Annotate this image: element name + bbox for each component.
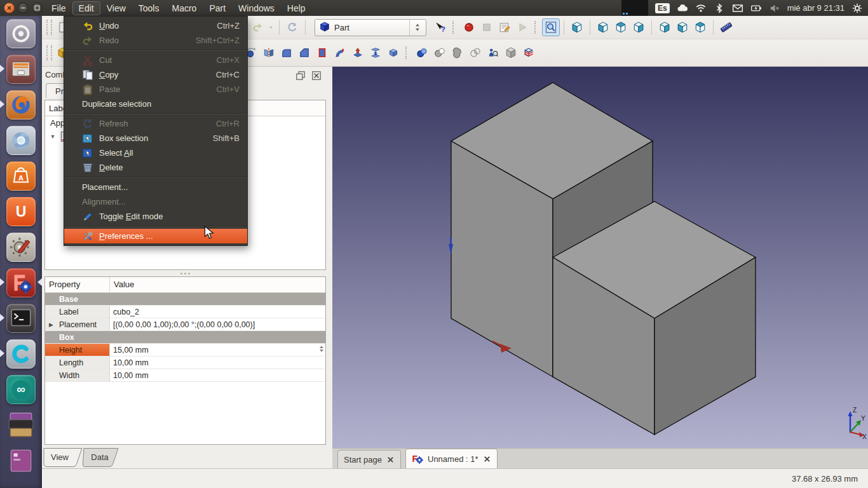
- view-axonometric-button[interactable]: [568, 18, 586, 36]
- launcher-item-chromium[interactable]: [0, 123, 42, 158]
- indicator-window-thumb-icon[interactable]: [621, 0, 648, 16]
- indicator-bluetooth-icon[interactable]: [714, 3, 725, 14]
- edit-macro-button[interactable]: [496, 18, 513, 36]
- workbench-selector[interactable]: Part: [315, 19, 426, 36]
- panel-splitter[interactable]: [44, 271, 326, 276]
- panel-close-icon[interactable]: [311, 70, 322, 81]
- menubar-item-windows[interactable]: Windows: [232, 1, 281, 15]
- record-macro-button[interactable]: [460, 18, 478, 36]
- menu-item-delete[interactable]: Delete: [64, 160, 247, 175]
- menubar-item-tools[interactable]: Tools: [132, 1, 166, 15]
- indicator-keyboard-layout[interactable]: Es: [655, 3, 670, 13]
- property-value[interactable]: 10,00 mm: [110, 369, 325, 381]
- launcher-item-arduino[interactable]: ∞: [0, 372, 42, 407]
- indicator-mail-icon[interactable]: [732, 3, 743, 14]
- menu-item-preferences[interactable]: Preferences ...: [64, 229, 247, 243]
- menubar-item-macro[interactable]: Macro: [165, 1, 203, 15]
- view-right-button[interactable]: [630, 18, 648, 36]
- view-rear-button[interactable]: [656, 18, 674, 36]
- menubar-item-help[interactable]: Help: [281, 1, 312, 15]
- launcher-item-dash-home[interactable]: [0, 16, 42, 51]
- ruled-surface-button[interactable]: [313, 44, 331, 62]
- 3d-viewport[interactable]: Z Y X: [332, 67, 868, 448]
- menu-item-box-selection[interactable]: Box selectionShift+B: [64, 131, 247, 146]
- boolean-union-button[interactable]: [449, 44, 466, 62]
- property-value[interactable]: 10,00 mm: [110, 356, 325, 369]
- menu-item-copy[interactable]: CopyCtrl+C: [64, 67, 247, 82]
- menu-item-cut: CutCtrl+X: [64, 53, 247, 67]
- mdi-tab-unnamed-1[interactable]: FUnnamed : 1*: [405, 449, 498, 468]
- indicator-wifi-icon[interactable]: [695, 3, 707, 14]
- shortcut-label: Ctrl+Z: [217, 21, 240, 30]
- boolean-button[interactable]: [413, 44, 431, 62]
- launcher-item-ubuntu-one[interactable]: U: [0, 194, 42, 229]
- menu-item-duplicate-selection[interactable]: Duplicate selection: [64, 97, 247, 111]
- cross-sections-button[interactable]: [520, 44, 538, 62]
- menubar-item-file[interactable]: File: [45, 1, 72, 15]
- fillet-button[interactable]: [278, 44, 295, 62]
- toolbar-group-handle[interactable]: [405, 46, 410, 59]
- view-left-button[interactable]: [691, 18, 709, 36]
- indicator-session-gear-icon[interactable]: [851, 3, 863, 14]
- purple-card-icon: [6, 446, 36, 475]
- panel-float-icon[interactable]: [295, 70, 306, 81]
- indicator-volume-muted-icon[interactable]: [769, 3, 780, 14]
- sweep-button[interactable]: [331, 44, 349, 62]
- menubar-item-edit[interactable]: Edit: [72, 1, 100, 15]
- window-maximize-button[interactable]: [32, 3, 43, 13]
- launcher-item-system-settings[interactable]: [0, 229, 42, 265]
- fit-all-button[interactable]: [542, 18, 560, 36]
- view-top-button[interactable]: [612, 18, 630, 36]
- menubar-item-part[interactable]: Part: [203, 1, 232, 15]
- launcher-item-freecad[interactable]: [0, 265, 42, 301]
- menubar-item-view[interactable]: View: [100, 1, 132, 15]
- toolbar-group-handle[interactable]: [534, 21, 539, 34]
- property-value[interactable]: 15,00 mm: [110, 344, 325, 356]
- window-minimize-button[interactable]: [18, 3, 29, 13]
- launcher-item-c-ide[interactable]: [0, 336, 42, 372]
- view-bottom-button[interactable]: [674, 18, 691, 36]
- launcher-item-terminal[interactable]: [0, 301, 42, 336]
- chamfer-button[interactable]: [295, 44, 313, 62]
- boolean-common-button[interactable]: [466, 44, 484, 62]
- shape-builder-button[interactable]: [502, 44, 520, 62]
- select-all-icon: [82, 147, 93, 159]
- expander-icon[interactable]: ▼: [49, 133, 57, 140]
- expander-icon[interactable]: ▶: [49, 318, 53, 331]
- redo-dropdown-icon[interactable]: [267, 18, 275, 36]
- close-tab-icon[interactable]: [483, 455, 491, 463]
- mdi-tab-start-page[interactable]: Start page: [337, 450, 401, 468]
- combo-spinner[interactable]: [409, 20, 423, 36]
- toolbar-handle[interactable]: [46, 45, 52, 60]
- indicator-battery-icon[interactable]: [750, 3, 762, 14]
- close-tab-icon[interactable]: [386, 456, 395, 464]
- window-close-button[interactable]: [4, 3, 15, 13]
- whats-this-button[interactable]: ?: [431, 18, 449, 36]
- mirror-button[interactable]: [260, 44, 278, 62]
- launcher-item-software-center[interactable]: A: [0, 158, 42, 194]
- property-value[interactable]: [(0,00 0,00 1,00);0,00 °;(0,00 0,00 0,00…: [110, 318, 325, 330]
- value-spinner[interactable]: [320, 345, 323, 354]
- indicator-cloud-icon[interactable]: [677, 3, 688, 14]
- indicator-clock[interactable]: mié abr 9 21:31: [787, 3, 844, 13]
- launcher-item-firefox[interactable]: [0, 87, 42, 123]
- toolbar-handle[interactable]: [46, 20, 52, 35]
- boolean-cut-button[interactable]: [431, 44, 449, 62]
- loft-button[interactable]: [367, 44, 384, 62]
- launcher-item-purple-card[interactable]: [0, 443, 42, 478]
- menu-item-select-all[interactable]: Select All: [64, 146, 247, 160]
- property-value[interactable]: cubo_2: [110, 306, 325, 318]
- 3d-scene[interactable]: Z Y X: [332, 67, 868, 448]
- measure-distance-button[interactable]: [717, 18, 735, 36]
- extrude-button[interactable]: [349, 44, 367, 62]
- thickness-button[interactable]: [384, 44, 402, 62]
- ubuntu-one-icon: U: [6, 197, 36, 226]
- toolbar-group-handle[interactable]: [452, 21, 457, 34]
- menu-item-placement[interactable]: Placement...: [64, 180, 247, 194]
- menu-item-undo[interactable]: UndoCtrl+Z: [64, 18, 247, 33]
- launcher-item-window-stack[interactable]: [0, 407, 42, 443]
- menu-item-toggle-edit-mode[interactable]: Toggle Edit mode: [64, 209, 247, 224]
- view-front-button[interactable]: [594, 18, 612, 36]
- launcher-item-files[interactable]: [0, 51, 42, 87]
- check-geometry-button[interactable]: [484, 44, 502, 62]
